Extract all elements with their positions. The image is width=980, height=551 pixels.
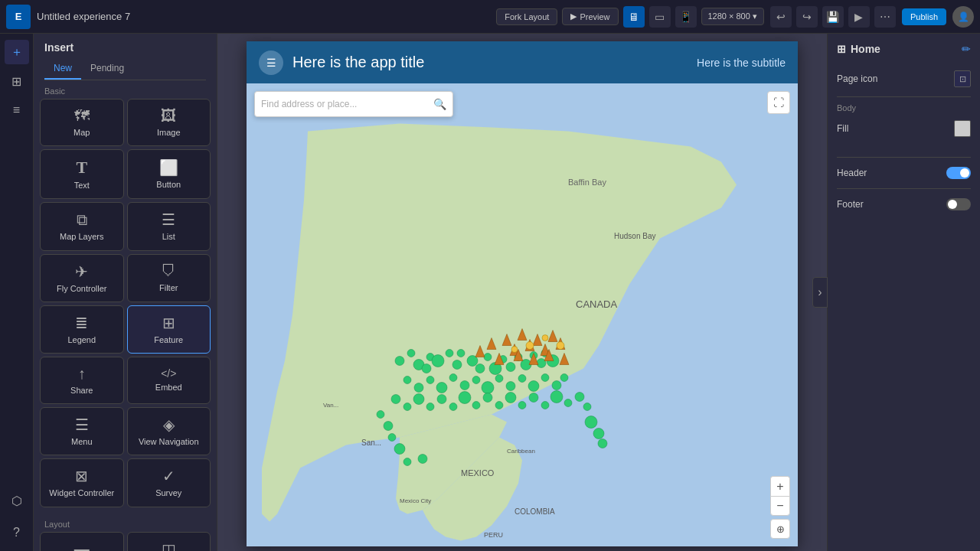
widget-text[interactable]: T Text: [40, 149, 124, 199]
zoom-out-button[interactable]: −: [770, 496, 790, 516]
svg-point-29: [537, 359, 546, 368]
app-header-icon: ☰: [259, 51, 283, 75]
svg-point-70: [388, 434, 396, 442]
widget-map-layers[interactable]: ⧉ Map Layers: [40, 202, 124, 250]
tab-new[interactable]: New: [44, 58, 81, 80]
text-widget-icon: T: [76, 158, 87, 178]
svg-text:Mexico City: Mexico City: [400, 497, 431, 504]
survey-widget-icon: ✓: [162, 467, 175, 485]
svg-point-34: [426, 377, 434, 384]
save-button[interactable]: 💾: [822, 6, 844, 28]
widget-share[interactable]: ↑ Share: [40, 357, 124, 404]
fill-color-swatch[interactable]: [954, 120, 971, 137]
page-icon-label: Page icon: [837, 73, 877, 84]
widget-widget-controller[interactable]: ⊠ Widget Controller: [40, 458, 124, 507]
header-toggle[interactable]: [946, 167, 971, 179]
sidebar-styles-button[interactable]: ⬡: [5, 488, 29, 513]
publish-button[interactable]: Publish: [902, 8, 946, 25]
svg-point-67: [598, 439, 607, 448]
row-widget-icon: ▬: [74, 540, 90, 551]
insert-panel: Insert New Pending Basic 🗺 Map 🖼 Image T…: [34, 34, 217, 551]
home-icon: ⊞: [837, 43, 846, 55]
widget-fly-controller[interactable]: ✈ Fly Controller: [40, 254, 124, 302]
header-row: Header: [837, 164, 971, 182]
widget-list[interactable]: ☰ List: [127, 202, 211, 250]
insert-tabs: New Pending: [44, 58, 206, 80]
user-avatar[interactable]: 👤: [952, 6, 974, 28]
sidebar-pages-button[interactable]: ⊞: [5, 69, 29, 93]
more-options-button[interactable]: ⋯: [874, 6, 896, 28]
svg-point-48: [403, 403, 411, 411]
widget-embed[interactable]: </> Embed: [127, 357, 211, 404]
search-placeholder[interactable]: Find address or place...: [261, 99, 429, 109]
preview-button[interactable]: ▶ Preview: [562, 8, 618, 25]
svg-point-71: [394, 444, 405, 455]
svg-point-38: [472, 377, 480, 384]
widget-row[interactable]: ▬ Row: [40, 532, 124, 552]
column-widget-icon: ◫: [162, 540, 176, 552]
footer-toggle[interactable]: [946, 198, 971, 210]
widget-button[interactable]: ⬜ Button: [127, 149, 211, 199]
insert-header: Insert: [34, 34, 217, 58]
right-panel-title: ⊞ Home: [837, 43, 880, 55]
widget-map[interactable]: 🗺 Map: [40, 99, 124, 146]
body-section-label: Body: [837, 103, 971, 112]
svg-text:Van...: Van...: [323, 402, 338, 409]
footer-row: Footer: [837, 195, 971, 214]
svg-point-56: [495, 402, 503, 409]
fill-label: Fill: [837, 123, 848, 134]
widget-column[interactable]: ◫ Column: [127, 532, 211, 552]
page-icon-selector[interactable]: ⊡: [954, 70, 971, 87]
expand-button[interactable]: ⛶: [767, 91, 790, 114]
sidebar-help-button[interactable]: ?: [5, 520, 29, 545]
list-widget-icon: ☰: [162, 210, 175, 229]
canvas-area[interactable]: ☰ Here is the app title Here is the subt…: [217, 34, 827, 551]
right-panel-edit-button[interactable]: ✏: [962, 43, 971, 55]
locate-button[interactable]: ⊕: [770, 519, 790, 539]
widget-feature[interactable]: ⊞ Feature: [127, 305, 211, 354]
svg-point-72: [403, 458, 411, 466]
canvas-wrapper: ☰ Here is the app title Here is the subt…: [217, 34, 980, 551]
widget-filter[interactable]: ⛉ Filter: [127, 254, 211, 302]
undo-button[interactable]: ↩: [770, 6, 792, 28]
tab-pending[interactable]: Pending: [81, 58, 133, 80]
svg-point-90: [542, 335, 548, 341]
tablet-icon[interactable]: ▭: [649, 6, 671, 28]
svg-point-32: [403, 377, 411, 384]
map-background[interactable]: Baffin Bay Hudson Bay CANADA Van... San.…: [247, 83, 798, 546]
svg-point-69: [384, 422, 393, 431]
zoom-in-button[interactable]: +: [770, 476, 790, 496]
fork-layout-button[interactable]: Fork Layout: [496, 8, 557, 25]
widget-grid-basic: 🗺 Map 🖼 Image T Text ⬜ Button ⧉ Map Laye…: [34, 99, 217, 507]
svg-point-64: [583, 403, 591, 411]
desktop-icon[interactable]: 🖥: [623, 6, 645, 28]
svg-point-44: [541, 374, 549, 382]
app-header: ☰ Here is the app title Here is the subt…: [247, 41, 798, 83]
widget-grid-layout: ▬ Row ◫ Column: [34, 532, 217, 552]
svg-point-63: [575, 393, 584, 402]
right-panel-collapse-button[interactable]: ›: [812, 277, 828, 308]
feature-widget-icon: ⊞: [162, 314, 175, 332]
widget-menu[interactable]: ☰ Menu: [40, 407, 124, 455]
play-button[interactable]: ▶: [848, 6, 870, 28]
svg-point-92: [511, 347, 518, 353]
legend-widget-icon: ≣: [75, 314, 88, 332]
redo-button[interactable]: ↪: [796, 6, 818, 28]
svg-point-40: [495, 375, 503, 383]
screen-size-button[interactable]: 1280 × 800 ▾: [701, 8, 764, 25]
app-logo: E: [6, 5, 31, 29]
svg-text:Baffin Bay: Baffin Bay: [568, 178, 606, 187]
search-icon[interactable]: 🔍: [433, 98, 446, 110]
svg-point-73: [418, 455, 427, 464]
sidebar-layers-button[interactable]: ≡: [5, 98, 29, 122]
widget-survey[interactable]: ✓ Survey: [127, 458, 211, 507]
widget-view-navigation[interactable]: ◈ View Navigation: [127, 407, 211, 455]
svg-point-16: [432, 355, 444, 367]
phone-icon[interactable]: 📱: [675, 6, 697, 28]
svg-text:MEXICO: MEXICO: [461, 468, 495, 478]
widget-legend[interactable]: ≣ Legend: [40, 305, 124, 354]
widget-image[interactable]: 🖼 Image: [127, 99, 211, 146]
app-frame: ☰ Here is the app title Here is the subt…: [247, 41, 798, 546]
svg-point-42: [518, 375, 526, 383]
sidebar-add-button[interactable]: ＋: [5, 40, 29, 64]
